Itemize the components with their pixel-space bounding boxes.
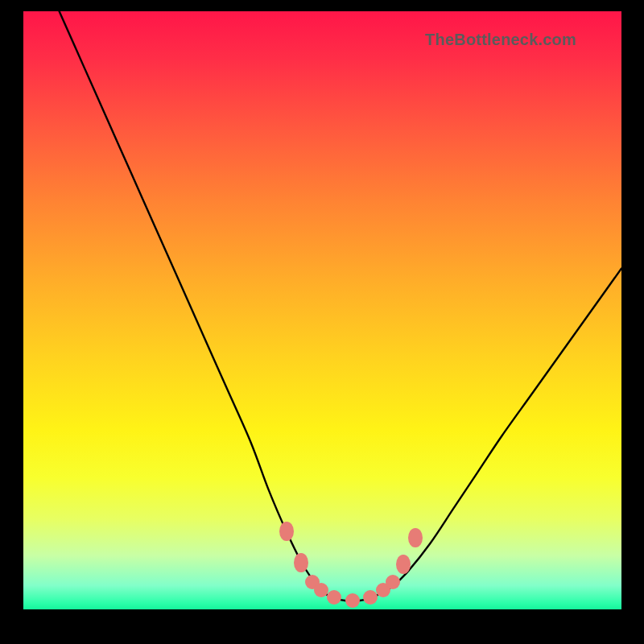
data-marker xyxy=(345,593,360,608)
bottleneck-curve xyxy=(23,11,621,609)
data-marker xyxy=(386,575,400,589)
data-marker xyxy=(396,555,411,574)
data-marker xyxy=(363,590,378,605)
data-marker xyxy=(408,528,423,547)
data-marker xyxy=(279,522,294,541)
data-marker xyxy=(314,583,328,597)
data-marker xyxy=(327,590,341,605)
plot-area: TheBottleneck.com xyxy=(23,11,621,609)
chart-frame: TheBottleneck.com xyxy=(0,0,644,644)
data-marker xyxy=(294,553,308,572)
